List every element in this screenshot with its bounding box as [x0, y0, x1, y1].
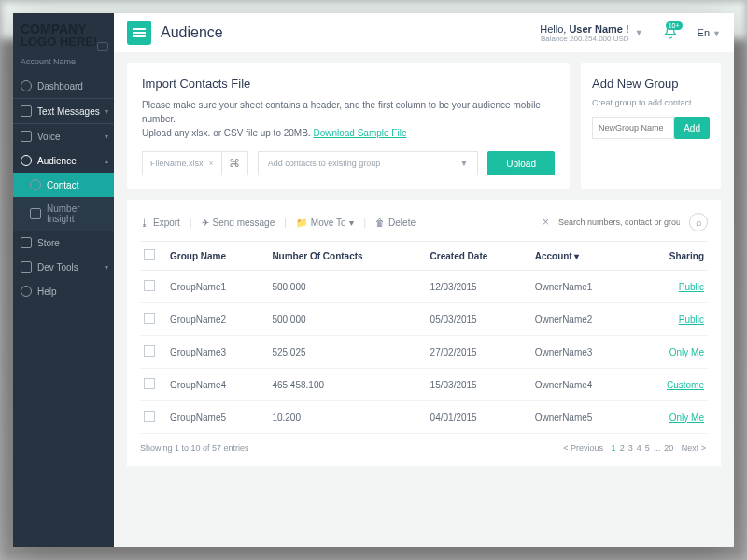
user-dropdown[interactable]: ▼	[635, 28, 643, 37]
sharing-link[interactable]: Public	[679, 282, 704, 292]
add-group-button[interactable]: Add	[674, 117, 710, 139]
attach-button[interactable]: ⌘	[221, 152, 247, 175]
chevron-down-icon: ▾	[349, 217, 354, 228]
table-row[interactable]: GroupName1500.00012/03/2015OwnerName1Pub…	[140, 271, 708, 303]
remove-file-button[interactable]: ×	[209, 159, 214, 168]
row-checkbox[interactable]	[144, 280, 155, 291]
nav-help[interactable]: Help	[13, 279, 114, 303]
cell-account: OwnerName5	[531, 401, 636, 434]
groups-table-card: ⭳Export | ✈Send message | 📁Move To ▾ | 🗑…	[127, 200, 721, 466]
group-select[interactable]: Add contacts to existing group ▼	[258, 151, 479, 175]
cell-account: OwnerName3	[531, 336, 636, 369]
send-icon: ✈	[202, 217, 209, 228]
col-sharing[interactable]: Sharing	[636, 242, 708, 271]
cart-icon	[21, 237, 32, 248]
nav: Dashboard Text Messages▾ Voice▾ Audience…	[13, 74, 114, 303]
notifications-button[interactable]: 10+	[662, 24, 679, 41]
nav-voice[interactable]: Voice▾	[13, 124, 114, 148]
row-checkbox[interactable]	[144, 313, 155, 324]
sharing-link[interactable]: Only Me	[669, 347, 704, 357]
greeting: Hello, User Name !	[540, 23, 628, 35]
pager-page[interactable]: 1	[612, 443, 616, 453]
pager-page[interactable]: 4	[637, 443, 641, 453]
chevron-up-icon: ▴	[105, 157, 108, 165]
pager-next[interactable]: Next >	[682, 443, 706, 453]
voice-icon	[21, 131, 32, 142]
table-row[interactable]: GroupName4465.458.10015/03/2015OwnerName…	[140, 369, 708, 401]
nav-dashboard[interactable]: Dashboard	[13, 74, 114, 98]
pager-page[interactable]: 3	[628, 443, 633, 453]
logo-line1: COMPANY	[21, 22, 106, 35]
trash-icon: 🗑	[375, 217, 385, 228]
nav-label: Dev Tools	[37, 262, 78, 273]
col-contacts[interactable]: Number Of Contacts	[268, 242, 426, 271]
code-icon	[21, 261, 32, 273]
row-checkbox[interactable]	[144, 411, 155, 422]
table-row[interactable]: GroupName510.20004/01/2015OwnerName5Only…	[140, 401, 708, 434]
send-message-button[interactable]: ✈Send message	[202, 217, 275, 228]
search-input[interactable]	[558, 217, 680, 227]
gauge-icon	[21, 80, 32, 91]
pager-page[interactable]: 20	[664, 443, 673, 453]
file-input: FileName.xlsx× ⌘	[142, 151, 248, 175]
table-toolbar: ⭳Export | ✈Send message | 📁Move To ▾ | 🗑…	[140, 209, 708, 241]
cell-date: 12/03/2015	[427, 271, 531, 303]
pager-page[interactable]: 5	[645, 443, 650, 453]
row-checkbox[interactable]	[144, 378, 155, 389]
nav-label: Dashboard	[37, 81, 83, 91]
nav-number-insight[interactable]: Number Insight	[13, 197, 114, 231]
pager-page[interactable]: 2	[620, 443, 625, 453]
cell-date: 05/03/2015	[427, 303, 531, 336]
add-group-title: Add New Group	[592, 77, 710, 91]
pager-prev[interactable]: < Previous	[563, 443, 603, 453]
search-button[interactable]: ⌕	[689, 213, 708, 231]
col-account[interactable]: Account ▾	[531, 242, 636, 271]
camera-icon	[97, 42, 108, 51]
nav-label: Audience	[37, 156, 77, 166]
cell-contacts: 10.200	[268, 401, 426, 434]
cell-group: GroupName3	[166, 336, 268, 369]
nav-audience-sub: Contact Number Insight	[13, 173, 114, 231]
hamburger-icon	[133, 32, 146, 34]
select-all-checkbox[interactable]	[144, 249, 155, 260]
clear-search-button[interactable]: ×	[543, 216, 549, 229]
cell-group: GroupName2	[166, 303, 268, 336]
move-to-button[interactable]: 📁Move To ▾	[296, 217, 355, 228]
nav-contact[interactable]: Contact	[13, 173, 114, 197]
cell-contacts: 465.458.100	[268, 369, 426, 401]
page-title: Audience	[161, 24, 530, 41]
nav-dev-tools[interactable]: Dev Tools▾	[13, 255, 114, 279]
nav-label: Store	[37, 238, 60, 248]
nav-text-messages[interactable]: Text Messages▾	[13, 98, 114, 124]
menu-button[interactable]	[127, 21, 151, 45]
user-block: Hello, User Name ! Balance 200.254.000 U…	[540, 23, 642, 43]
export-icon: ⭳	[140, 217, 149, 228]
table-row[interactable]: GroupName2500.00005/03/2015OwnerName2Pub…	[140, 303, 708, 336]
new-group-input[interactable]	[592, 117, 674, 139]
delete-button[interactable]: 🗑Delete	[375, 217, 416, 228]
upload-button[interactable]: Upload	[487, 151, 555, 175]
main: Audience Hello, User Name ! Balance 200.…	[114, 13, 734, 547]
pager-page: ...	[654, 443, 661, 453]
col-date[interactable]: Created Date	[427, 242, 531, 271]
row-checkbox[interactable]	[144, 345, 155, 357]
cell-group: GroupName5	[166, 401, 268, 434]
table-row[interactable]: GroupName3525.02527/02/2015OwnerName3Onl…	[140, 336, 708, 369]
sharing-link[interactable]: Only Me	[669, 413, 704, 423]
sharing-link[interactable]: Public	[679, 315, 704, 325]
language-selector[interactable]: En ▼	[698, 27, 721, 38]
sharing-link[interactable]: Custome	[667, 380, 704, 390]
download-sample-link[interactable]: Download Sample File	[313, 128, 406, 138]
chevron-down-icon: ▾	[105, 263, 108, 272]
chevron-down-icon: ▼	[712, 29, 721, 38]
logo-line2: LOGO HERE!	[21, 35, 106, 48]
nav-store[interactable]: Store	[13, 231, 114, 255]
insight-icon	[30, 208, 41, 219]
add-group-sub: Creat group to add contact	[592, 98, 710, 107]
import-card: Import Contacts File Please make sure yo…	[127, 63, 570, 189]
nav-audience[interactable]: Audience▴	[13, 148, 114, 173]
account-name: Account Name	[13, 53, 114, 74]
export-button[interactable]: ⭳Export	[140, 217, 180, 228]
company-logo: COMPANY LOGO HERE!	[13, 13, 114, 53]
col-group[interactable]: Group Name	[166, 242, 268, 271]
